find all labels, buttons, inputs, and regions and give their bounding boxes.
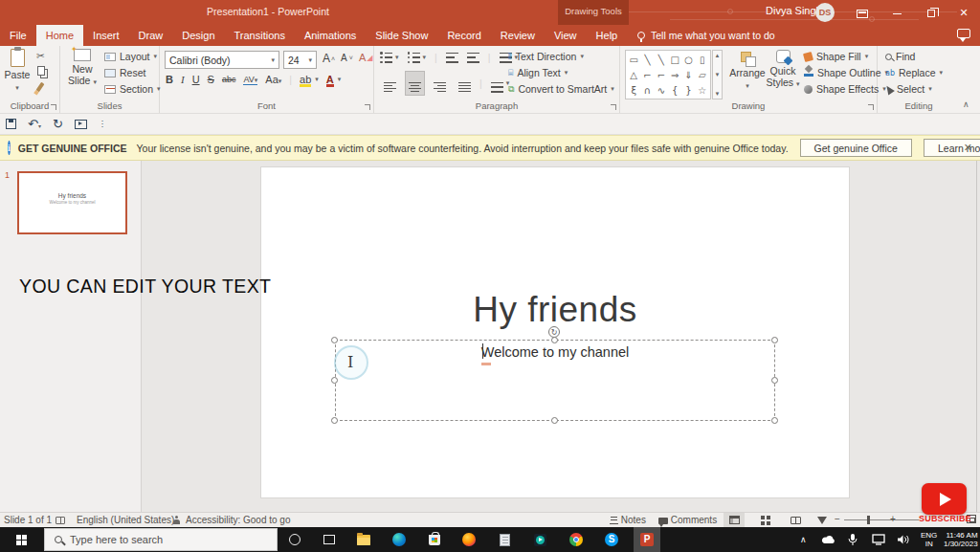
reading-view-button[interactable] [785, 513, 806, 527]
justify-button[interactable] [455, 71, 475, 96]
align-center-button[interactable] [405, 71, 425, 96]
shape-left-brace-icon[interactable]: { [672, 85, 678, 96]
restore-button[interactable] [915, 0, 947, 25]
arrange-button[interactable]: Arrange ▾ [728, 52, 767, 92]
italic-button[interactable]: I [181, 74, 185, 85]
tab-view[interactable]: View [545, 25, 587, 46]
slide-indicator[interactable]: Slide 1 of 1 [4, 515, 52, 525]
chrome-button[interactable] [563, 527, 590, 552]
account-name[interactable]: Divya Singh [766, 5, 822, 16]
font-dialog-launcher[interactable] [365, 104, 370, 110]
notes-app-button[interactable] [491, 527, 518, 552]
shape-line-icon[interactable]: ╲ [644, 55, 650, 65]
tray-expand-button[interactable]: ∧ [800, 527, 807, 552]
resize-handle-bottom-right[interactable] [771, 417, 778, 424]
task-view-button[interactable] [316, 527, 343, 552]
normal-view-button[interactable] [724, 513, 745, 527]
media-app-button[interactable] [526, 527, 553, 552]
numbering-button[interactable] [408, 53, 420, 63]
reset-button[interactable]: Reset [104, 67, 145, 78]
notes-button[interactable]: Notes [610, 515, 646, 525]
grow-font-button[interactable]: A˄ [323, 52, 335, 65]
minimize-button[interactable] [880, 0, 913, 25]
zoom-slider-handle[interactable] [867, 516, 870, 524]
youtube-subscribe-button[interactable] [922, 483, 967, 515]
paragraph-dialog-launcher[interactable] [611, 104, 616, 110]
change-case-button[interactable]: Aa▾ [265, 74, 281, 85]
paste-button[interactable]: Paste ▾ [4, 49, 31, 94]
onedrive-tray-icon[interactable] [821, 527, 836, 552]
replace-button[interactable]: abReplace▾ [885, 67, 943, 78]
tab-insert[interactable]: Insert [83, 25, 129, 46]
file-explorer-button[interactable] [350, 527, 377, 552]
get-genuine-office-button[interactable]: Get genuine Office [800, 139, 912, 157]
zoom-slider-track[interactable] [844, 519, 919, 520]
shape-effects-button[interactable]: Shape Effects▾ [804, 83, 886, 95]
slide-subtitle-text[interactable]: Welcome to my channel [336, 344, 774, 360]
shapes-gallery-scroll[interactable]: ▲ ▼ ▼ [712, 50, 723, 99]
character-spacing-button[interactable]: AV▾ [243, 75, 257, 85]
align-right-button[interactable] [430, 71, 450, 96]
cut-button[interactable]: ✂ [36, 50, 45, 61]
shape-oval-icon[interactable]: ○ [684, 55, 693, 65]
vertical-scrollbar[interactable] [976, 161, 977, 512]
columns-button[interactable] [487, 71, 507, 96]
clipboard-dialog-launcher[interactable] [51, 104, 56, 110]
strikethrough-button[interactable]: S [208, 74, 214, 85]
shapes-scroll-down-icon[interactable]: ▼ [715, 72, 721, 77]
text-direction-button[interactable]: ⫴Text Direction▾ [508, 51, 584, 62]
tab-record[interactable]: Record [437, 25, 490, 46]
warning-close-button[interactable]: ✕ [964, 142, 972, 154]
tell-me-box[interactable]: Tell me what you want to do [637, 25, 775, 46]
slide-title-text[interactable]: Hy friends [261, 290, 849, 330]
undo-button[interactable]: ↶▾ [28, 117, 41, 131]
shape-textbox-icon[interactable]: ▭ [629, 55, 637, 65]
bullets-button[interactable] [380, 53, 392, 63]
slide-thumbnail[interactable]: Hy friends Welcome to my channel [17, 171, 127, 234]
slideshow-view-button[interactable] [812, 513, 833, 527]
customize-qat-button[interactable]: ⋮ [99, 120, 107, 128]
save-button[interactable] [6, 119, 16, 129]
language-indicator[interactable]: English (United States) [77, 515, 174, 525]
copy-button[interactable] [37, 66, 45, 76]
layout-button[interactable]: Layout▾ [104, 51, 157, 62]
shape-freeform-icon[interactable]: ξ [631, 85, 636, 96]
subscript-button[interactable]: abc [222, 75, 236, 84]
display-tray-icon[interactable] [872, 527, 885, 552]
resize-handle-top-left[interactable] [331, 337, 338, 343]
store-button[interactable] [421, 527, 448, 552]
shape-outline-button[interactable]: Shape Outline▾ [804, 67, 888, 78]
highlight-color-button[interactable]: ab [300, 74, 311, 85]
collapse-ribbon-button[interactable]: ∧ [963, 99, 969, 109]
increase-indent-button[interactable] [467, 53, 479, 63]
redo-button[interactable]: ↻ [53, 117, 63, 131]
format-painter-button[interactable] [38, 82, 42, 92]
tab-animations[interactable]: Animations [295, 25, 366, 46]
shape-elbow-icon[interactable]: ⌐ [643, 70, 651, 80]
new-slide-button[interactable]: New Slide ▾ [66, 49, 99, 88]
resize-handle-bottom-center[interactable] [551, 417, 558, 424]
shape-rectangle-icon[interactable]: □ [670, 55, 679, 65]
shape-curve-icon[interactable]: ∿ [657, 85, 665, 96]
bold-button[interactable]: B [166, 74, 173, 85]
cortana-button[interactable] [281, 527, 308, 552]
avatar[interactable]: DS [815, 3, 835, 22]
shape-right-arrow-icon[interactable]: ⇒ [671, 70, 679, 80]
comments-button[interactable]: Comments [658, 515, 717, 525]
align-left-button[interactable] [380, 71, 400, 96]
find-button[interactable]: Find [885, 51, 915, 62]
skype-button[interactable]: S [598, 527, 625, 552]
shape-fill-button[interactable]: Shape Fill▾ [804, 51, 868, 62]
firefox-button[interactable] [456, 527, 482, 552]
accessibility-status[interactable]: Accessibility: Good to go [186, 515, 291, 525]
clock-tray[interactable]: 11:46 AM1/30/2023 [944, 527, 978, 552]
shapes-more-icon[interactable]: ▼ [715, 91, 721, 97]
decrease-indent-button[interactable] [446, 53, 458, 63]
close-button[interactable]: ✕ [947, 0, 980, 25]
resize-handle-top-center[interactable] [551, 337, 558, 343]
shape-down-arrow-icon[interactable]: ⇓ [684, 70, 692, 80]
shape-triangle-icon[interactable]: △ [630, 70, 637, 80]
align-text-button[interactable]: ⌸Align Text▾ [508, 67, 568, 78]
section-button[interactable]: Section▾ [104, 83, 161, 95]
tab-transitions[interactable]: Transitions [225, 25, 295, 46]
